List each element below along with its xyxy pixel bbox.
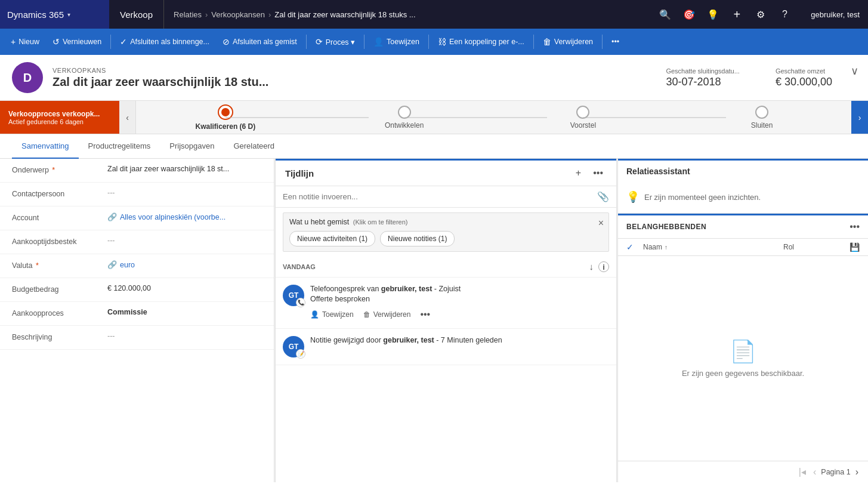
- missed-filter-link[interactable]: (Klik om te filteren): [351, 218, 408, 226]
- breadcrumb-item-2[interactable]: Verkoopkansen: [211, 10, 265, 19]
- delete-button[interactable]: 🗑 Verwijderen: [537, 31, 599, 53]
- closing-date-value[interactable]: 30-07-2018: [666, 76, 740, 88]
- goals-icon[interactable]: 🎯: [678, 4, 700, 25]
- value-aankoopproces[interactable]: Commissie: [107, 308, 262, 316]
- sh-name-col[interactable]: Naam ↑: [643, 243, 783, 251]
- value-onderwerp[interactable]: Zal dit jaar zeer waarschijnlijk 18 st..…: [107, 165, 262, 173]
- sh-role-col: Rol: [783, 243, 843, 251]
- stakeholders-section: BELANGHEBBENDEN ••• ✓ Naam ↑ Rol 💾 📄 Er …: [618, 214, 868, 482]
- tab-prijsopgaven[interactable]: Prijsopgaven: [160, 134, 224, 159]
- sort-desc-icon[interactable]: ↓: [589, 261, 594, 272]
- alerts-icon[interactable]: 💡: [702, 4, 724, 25]
- dynamics-brand[interactable]: Dynamics 365 ▾: [0, 0, 109, 29]
- assign-button[interactable]: 👤 Toewijzen: [367, 31, 425, 53]
- value-beschrijving[interactable]: ---: [107, 332, 262, 340]
- insight-icon: 💡: [626, 190, 640, 204]
- process-banner-sub: Actief gedurende 6 dagen: [8, 118, 112, 125]
- sh-sort-icon: ↑: [665, 244, 668, 251]
- relationship-assistant-section: Relatieassistant 💡 Er zijn momenteel gee…: [618, 159, 868, 214]
- process-nav-right[interactable]: ›: [851, 101, 868, 134]
- close-lost-button[interactable]: ⊘ Afsluiten als gemist: [217, 31, 303, 53]
- missed-title: Wat u hebt gemist (Klik om te filteren): [289, 218, 603, 226]
- process-banner[interactable]: Verkoopproces verkoopk... Actief geduren…: [0, 101, 119, 134]
- breadcrumb-item-1[interactable]: Relaties: [174, 10, 202, 19]
- brand-chevron: ▾: [67, 11, 70, 18]
- tl-avatar-1: GT 📞: [283, 285, 304, 306]
- assign-icon: 👤: [373, 37, 384, 47]
- brand-label: Dynamics 365: [7, 10, 64, 20]
- refresh-button[interactable]: ↺ Vernieuwen: [47, 31, 107, 53]
- link-button[interactable]: ⛓ Een koppeling per e-...: [432, 31, 530, 53]
- no-insights-text: Er zijn momenteel geen inzichten.: [644, 193, 761, 202]
- breadcrumb-sep-2: ›: [268, 10, 271, 19]
- refresh-icon: ↺: [52, 37, 60, 47]
- user-name[interactable]: gebruiker, test: [802, 10, 868, 19]
- chip-notities[interactable]: Nieuwe notities (1): [380, 231, 455, 246]
- app-name: Verkoop: [109, 0, 164, 29]
- breadcrumb: Relaties › Verkoopkansen › Zal dit jaar …: [164, 10, 647, 19]
- process-nav-left[interactable]: ‹: [119, 101, 136, 134]
- tab-samenvatting[interactable]: Samenvatting: [12, 134, 79, 159]
- field-aankoopproces: Aankoopproces Commissie: [0, 302, 274, 326]
- timeline-section-actions: ↓ i: [589, 261, 610, 272]
- sh-pagination: |◂ ‹ Pagina 1 ›: [618, 461, 868, 482]
- stage-label-sluiten: Sluiten: [751, 121, 773, 130]
- tabs-bar: Samenvatting Productregelitems Prijsopga…: [0, 134, 868, 159]
- value-valuta[interactable]: 🔗 euro: [107, 260, 262, 269]
- stage-kwalificeren[interactable]: Kwalificeren (6 D): [136, 104, 315, 131]
- new-icon: +: [11, 37, 16, 47]
- value-account[interactable]: 🔗 Alles voor alpineskiën (voorbe...: [107, 212, 262, 221]
- value-aankooptijdsbestek[interactable]: ---: [107, 236, 262, 245]
- field-account: Account 🔗 Alles voor alpineskiën (voorbe…: [0, 206, 274, 230]
- page-first-icon[interactable]: |◂: [796, 465, 808, 479]
- timeline-item-2: GT 📝 Notitie gewijzigd door gebruiker, t…: [276, 329, 616, 365]
- new-button[interactable]: + Nieuw: [5, 31, 45, 53]
- tl-content-1: Telefoongesprek van gebruiker, test - Zo…: [310, 285, 609, 321]
- process-button[interactable]: ⟳ Proces ▾: [310, 31, 361, 53]
- page-prev-icon[interactable]: ‹: [811, 465, 818, 479]
- label-account: Account: [12, 212, 107, 222]
- close-lost-icon: ⊘: [223, 37, 230, 47]
- record-title-area: VERKOOPKANS Zal dit jaar zeer waarschijn…: [52, 67, 666, 89]
- timeline-more-icon[interactable]: •••: [589, 167, 607, 180]
- sh-check-col: ✓: [626, 242, 643, 252]
- more-button[interactable]: •••: [606, 31, 625, 53]
- record-avatar: D: [12, 62, 43, 93]
- info-icon[interactable]: i: [598, 261, 609, 272]
- missed-close-icon[interactable]: ×: [598, 218, 604, 229]
- add-icon[interactable]: +: [726, 4, 747, 25]
- record-header: D VERKOOPKANS Zal dit jaar zeer waarschi…: [0, 55, 868, 101]
- attach-icon[interactable]: 📎: [597, 191, 609, 202]
- tl-assign-btn[interactable]: 👤 Toewijzen: [310, 308, 354, 321]
- sh-save-icon[interactable]: 💾: [843, 242, 860, 252]
- timeline-note-input[interactable]: [283, 192, 592, 201]
- settings-icon[interactable]: ⚙: [750, 4, 771, 25]
- search-icon[interactable]: 🔍: [654, 4, 676, 25]
- refresh-label: Vernieuwen: [63, 38, 101, 46]
- sh-more-icon[interactable]: •••: [850, 221, 860, 232]
- stage-sluiten[interactable]: Sluiten: [672, 106, 851, 130]
- close-win-button[interactable]: ✓ Afsluiten als binnenge...: [114, 31, 215, 53]
- chip-activities[interactable]: Nieuwe activiteiten (1): [289, 231, 375, 246]
- value-budgetbedrag[interactable]: € 120.000,00: [107, 284, 262, 292]
- missed-title-text: Wat u hebt gemist: [289, 218, 349, 226]
- timeline-add-icon[interactable]: +: [572, 167, 585, 180]
- top-nav-icons: 🔍 🎯 💡 + ⚙ ?: [647, 4, 802, 25]
- stage-voorstel[interactable]: Voorstel: [494, 106, 673, 130]
- timeline-actions: + •••: [572, 167, 607, 180]
- stage-ontwikkelen[interactable]: Ontwikkelen: [315, 106, 494, 130]
- tl-more-btn[interactable]: •••: [420, 309, 430, 320]
- help-icon[interactable]: ?: [774, 4, 795, 25]
- header-expand-icon[interactable]: ∨: [851, 64, 858, 78]
- page-next-icon[interactable]: ›: [853, 465, 861, 479]
- field-aankooptijdsbestek: Aankooptijdsbestek ---: [0, 230, 274, 254]
- close-win-label: Afsluiten als binnenge...: [130, 38, 209, 46]
- revenue-value[interactable]: € 30.000,00: [776, 76, 832, 88]
- tl-delete-btn[interactable]: 🗑 Verwijderen: [363, 308, 411, 321]
- tab-productregelitems[interactable]: Productregelitems: [79, 134, 160, 159]
- no-insights: 💡 Er zijn momenteel geen inzichten.: [626, 181, 860, 213]
- sh-empty: 📄 Er zijn geen gegevens beschikbaar.: [618, 256, 868, 461]
- value-contactpersoon[interactable]: ---: [107, 189, 262, 197]
- stage-label-ontwikkelen: Ontwikkelen: [385, 121, 424, 130]
- tab-gerelateerd[interactable]: Gerelateerd: [224, 134, 284, 159]
